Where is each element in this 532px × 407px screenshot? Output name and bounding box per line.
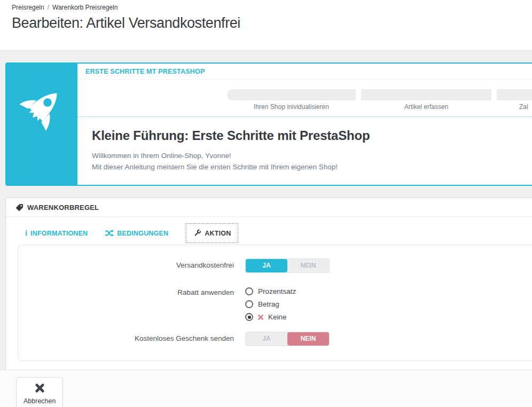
radio-unchecked[interactable] <box>245 300 253 308</box>
radio-option-keine[interactable]: Keine <box>245 313 296 321</box>
page-header: Preisregeln/Warenkorb Preisregeln Bearbe… <box>0 0 532 51</box>
onboarding-rocket-block <box>5 62 77 186</box>
tab-bar: i INFORMATIONEN BEDINGUNGEN <box>6 217 532 245</box>
panel-title: WARENKORBREGEL <box>27 204 99 212</box>
free-gift-switch: JA NEIN <box>245 332 330 346</box>
wrench-icon <box>193 229 201 237</box>
welcome-line-1: Willkommen in Ihrem Online-Shop, Yvonne! <box>92 150 532 161</box>
free-gift-yes-button[interactable]: JA <box>246 332 287 346</box>
apply-discount-label: Rabatt anwenden <box>18 286 240 296</box>
free-shipping-yes-button[interactable]: JA <box>246 259 287 272</box>
progress-bar <box>227 89 356 100</box>
progress-bar <box>497 89 532 100</box>
close-icon <box>35 383 45 395</box>
free-gift-label: Kostenloses Geschenk senden <box>18 332 240 342</box>
free-shipping-row: Versandkostenfrei JA NEIN <box>18 259 532 273</box>
onboarding-header: ERSTE SCHRITTE MT PRESTASHOP <box>77 64 532 80</box>
radio-option-betrag[interactable]: Betrag <box>245 300 296 308</box>
panel-footer: Abbrechen <box>0 370 532 407</box>
breadcrumb: Preisregeln/Warenkorb Preisregeln <box>12 4 532 11</box>
tab-informationen[interactable]: i INFORMATIONEN <box>25 230 88 237</box>
shuffle-icon <box>105 230 114 237</box>
onboarding-step-shop[interactable]: Ihren Shop inividualisieren <box>227 89 356 111</box>
step-label: Ihren Shop inividualisieren <box>227 103 356 111</box>
cancel-button[interactable]: Abbrechen <box>16 377 63 407</box>
breadcrumb-item-preisregeln[interactable]: Preisregeln <box>12 4 44 11</box>
onboarding-step-products[interactable]: Artikel erfassen <box>361 89 491 111</box>
cancel-button-label: Abbrechen <box>24 397 56 405</box>
page-title: Bearbeiten: Artikel Versandkostenfrei <box>12 15 532 32</box>
apply-discount-row: Rabatt anwenden Prozentsatz Betrag <box>18 286 532 321</box>
aktion-form: Versandkostenfrei JA NEIN Rabatt anwende… <box>18 245 532 361</box>
rocket-icon <box>17 84 66 135</box>
onboarding-step-payments[interactable]: Zal <box>497 89 532 111</box>
onboarding-panel: ERSTE SCHRITTE MT PRESTASHOP Ihren Shop … <box>5 62 532 186</box>
welcome-line-2: Mit dieser Anleitung meistern Sie die er… <box>92 161 532 173</box>
cart-rule-panel-header: WARENKORBREGEL <box>6 198 532 217</box>
step-label: Zal <box>497 103 532 111</box>
step-label: Artikel erfassen <box>361 103 491 111</box>
free-gift-no-button[interactable]: NEIN <box>287 332 329 346</box>
free-gift-row: Kostenloses Geschenk senden JA NEIN <box>18 332 532 346</box>
tag-icon <box>15 204 24 212</box>
x-icon <box>258 315 263 320</box>
breadcrumb-item-warenkorb-preisregeln[interactable]: Warenkorb Preisregeln <box>52 4 118 11</box>
onboarding-heading: Kleine Führung: Erste Schritte mit Prest… <box>92 128 532 143</box>
tab-aktion[interactable]: AKTION <box>186 223 238 243</box>
discount-radio-group: Prozentsatz Betrag Keine <box>245 286 296 321</box>
cart-rule-panel: WARENKORBREGEL i INFORMATIONEN BEDINGUNG… <box>5 198 532 370</box>
free-shipping-switch: JA NEIN <box>245 259 330 273</box>
tab-bedingungen[interactable]: BEDINGUNGEN <box>105 230 168 237</box>
info-icon: i <box>25 230 27 237</box>
onboarding-body: Kleine Führung: Erste Schritte mit Prest… <box>77 117 532 173</box>
radio-checked[interactable] <box>245 313 253 321</box>
radio-option-prozentsatz[interactable]: Prozentsatz <box>245 287 296 295</box>
free-shipping-no-button[interactable]: NEIN <box>287 259 329 272</box>
free-shipping-label: Versandkostenfrei <box>18 259 240 269</box>
onboarding-content: ERSTE SCHRITTE MT PRESTASHOP Ihren Shop … <box>77 62 532 186</box>
radio-unchecked[interactable] <box>245 287 253 295</box>
progress-bar <box>361 89 491 100</box>
breadcrumb-separator: / <box>48 4 49 11</box>
onboarding-progress-nav: Ihren Shop inividualisieren Artikel erfa… <box>77 80 532 117</box>
